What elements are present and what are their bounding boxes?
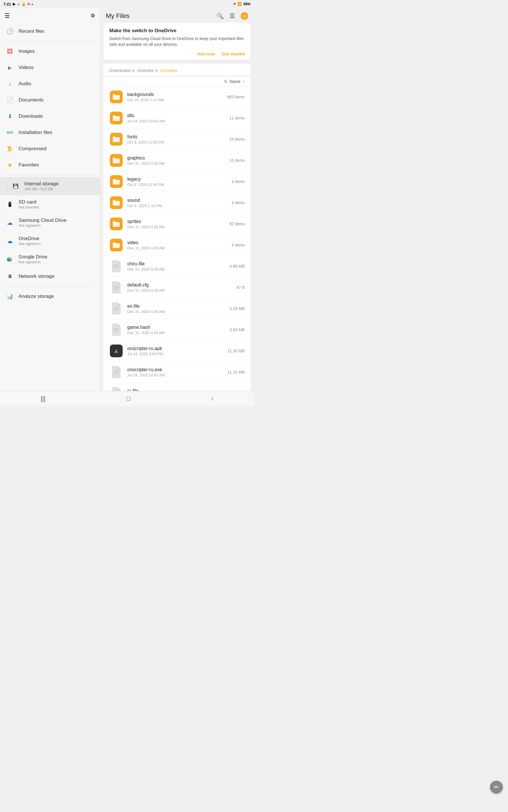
list-item[interactable]: onscripter-ru.exe Jul 24, 2020 10:41 AM … — [103, 361, 251, 383]
divider — [5, 286, 95, 287]
file-size: 4 items — [232, 243, 245, 247]
file-info: backgrounds Oct 10, 2020 2:12 AM — [127, 92, 223, 102]
sidebar-item-label: Images — [18, 48, 35, 54]
list-item[interactable]: en.file Dec 31, 2020 4:29 AM 4.24 MB — [103, 298, 251, 319]
file-info: dlls Jul 24, 2020 10:41 AM — [127, 113, 226, 123]
folder-icon — [109, 111, 123, 125]
music-icon: ♫ — [17, 2, 20, 6]
generic-file-icon — [109, 323, 123, 337]
sidebar-item-label: Installation files — [18, 130, 52, 135]
sort-direction-icon[interactable]: ↑ — [243, 79, 245, 84]
folder-svg — [110, 175, 123, 188]
sort-icon: ⇅ — [224, 79, 227, 84]
file-date: Dec 31, 2020 4:29 AM — [127, 309, 226, 314]
file-info: onscripter-ru.exe Jul 24, 2020 10:41 AM — [127, 367, 224, 377]
breadcrumb-umineko1[interactable]: Umineko — [137, 68, 154, 73]
breadcrumb: Downloads ▶ Umineko ▶ Umineko — [103, 64, 251, 76]
file-info: onscripter-ru.apk Jul 24, 2020 3:00 PM — [127, 346, 224, 356]
list-item[interactable]: sprites Dec 31, 2020 4:28 AM 62 items — [103, 213, 251, 234]
documents-icon: 📄 — [6, 96, 14, 104]
folder-svg — [110, 154, 123, 167]
sidebar-item-images[interactable]: 🖼 Images — [0, 43, 100, 59]
file-date: Oct 9, 2020 11:02 PM — [127, 140, 226, 144]
file-size: 11 items — [229, 116, 245, 120]
folder-icon — [109, 90, 123, 104]
downloads-icon: ⬇ — [6, 112, 14, 120]
sidebar-item-google-drive[interactable]: Google Drive Not signed in — [0, 250, 100, 268]
generic-file-icon — [109, 259, 123, 273]
images-icon: 🖼 — [6, 47, 14, 55]
sidebar-item-documents[interactable]: 📄 Documents — [0, 92, 100, 108]
folder-svg — [110, 239, 123, 251]
hamburger-menu-icon[interactable]: ☰ — [5, 12, 10, 19]
breadcrumb-umineko-active: Umineko — [160, 68, 177, 73]
generic-file-icon — [109, 281, 123, 294]
file-name: ru.file — [127, 388, 226, 391]
list-item[interactable]: video Dec 31, 2020 4:28 AM 4 items — [103, 234, 251, 255]
list-item[interactable]: dlls Jul 24, 2020 10:41 AM 11 items — [103, 107, 251, 128]
sdcard-info: SD card Not inserted — [18, 199, 39, 209]
file-list: backgrounds Oct 10, 2020 2:12 AM 883 ite… — [103, 86, 251, 391]
sidebar-item-audio[interactable]: ♪ Audio — [0, 76, 100, 92]
sidebar-item-recent[interactable]: 🕐 Recent files — [0, 23, 100, 39]
sidebar-item-sdcard[interactable]: 📱 SD card Not inserted — [0, 195, 100, 213]
more-options-icon[interactable]: N — [241, 12, 248, 20]
sidebar-item-label: Videos — [18, 65, 34, 71]
nav-menu-button[interactable]: ||| — [41, 395, 45, 402]
list-item[interactable]: ▲ onscripter-ru.apk Jul 24, 2020 3:00 PM… — [103, 340, 251, 361]
sidebar-item-installation[interactable]: APK Installation files — [0, 124, 100, 141]
sidebar-item-onedrive[interactable]: ☁ OneDrive Not signed in — [0, 232, 100, 250]
file-size: 4 items — [232, 179, 245, 184]
file-size: 3.84 MB — [230, 328, 245, 332]
file-info: graphics Dec 31, 2020 4:28 AM — [127, 156, 226, 166]
sidebar-item-downloads[interactable]: ⬇ Downloads — [0, 108, 100, 124]
settings-gear-icon[interactable]: ⚙ — [90, 12, 95, 19]
top-bar-actions: 🔍 ☰ N — [217, 12, 248, 20]
sidebar-item-network-storage[interactable]: 🖥 Network storage — [0, 268, 100, 285]
sidebar-item-compressed[interactable]: 🗜 Compressed — [0, 141, 100, 157]
list-item[interactable]: legacy Oct 9, 2020 12:44 PM 4 items — [103, 171, 251, 192]
videos-icon: ▶ — [6, 63, 14, 72]
sidebar-item-samsung-cloud[interactable]: ☁ Samsung Cloud Drive Not signed in — [0, 213, 100, 232]
file-list-container: ⇅ Name ↑ backgrounds Oct 10, 2020 2:12 A… — [103, 77, 251, 391]
generic-file-icon — [109, 386, 123, 391]
list-item[interactable]: game.hash Dec 31, 2020 4:29 AM 3.84 MB — [103, 319, 251, 340]
nav-home-button[interactable]: □ — [127, 395, 130, 402]
list-view-icon[interactable]: ☰ — [230, 12, 235, 19]
netflix-icon: N — [28, 2, 30, 6]
sidebar-header: ☰ ⚙ — [0, 8, 100, 23]
list-item[interactable]: fonts Oct 9, 2020 11:02 PM 10 items — [103, 128, 251, 149]
sidebar-item-favorites[interactable]: ★ Favorites — [0, 157, 100, 173]
sidebar-item-label: Recent files — [18, 29, 44, 34]
sidebar-item-videos[interactable]: ▶ Videos — [0, 59, 100, 76]
get-started-button[interactable]: Get started — [222, 51, 245, 56]
folder-svg — [110, 196, 123, 209]
list-item[interactable]: default.cfg Dec 31, 2020 4:29 AM 47 B — [103, 277, 251, 298]
folder-icon — [109, 196, 123, 210]
file-name: fonts — [127, 134, 226, 139]
list-item[interactable]: backgrounds Oct 10, 2020 2:12 AM 883 ite… — [103, 86, 251, 107]
google-drive-icon — [6, 255, 14, 263]
time-display: 7:21 — [3, 2, 11, 6]
sidebar-item-internal-storage[interactable]: › 💾 Internal storage 140 GB / 512 GB — [0, 177, 100, 195]
not-now-button[interactable]: Not now — [198, 51, 215, 56]
folder-icon — [109, 238, 123, 252]
list-item[interactable]: ru.file Dec 31, 2020 4:30 AM 4.84 MB — [103, 383, 251, 391]
nav-back-button[interactable]: ‹ — [212, 395, 213, 402]
file-date: Jul 24, 2020 10:41 AM — [127, 119, 226, 123]
bottom-nav: ||| □ ‹ — [0, 391, 254, 406]
file-info: chiru.file Dec 31, 2020 4:29 AM — [127, 261, 226, 271]
list-item[interactable]: chiru.file Dec 31, 2020 4:29 AM 0.88 MB — [103, 255, 251, 277]
list-item[interactable]: sound Oct 9, 2020 1:10 PM 4 items — [103, 192, 251, 213]
sort-label[interactable]: Name — [230, 79, 240, 84]
file-date: Jul 24, 2020 3:00 PM — [127, 352, 224, 356]
sidebar-item-analyze-storage[interactable]: 📊 Analyze storage — [0, 288, 100, 304]
search-icon[interactable]: 🔍 — [217, 12, 224, 19]
folder-icon — [109, 175, 123, 188]
breadcrumb-downloads[interactable]: Downloads — [109, 68, 131, 73]
list-item[interactable]: graphics Dec 31, 2020 4:28 AM 15 items — [103, 149, 251, 171]
analyze-icon: 📊 — [6, 292, 14, 300]
file-name: legacy — [127, 177, 228, 182]
file-name: en.file — [127, 304, 226, 309]
folder-icon — [109, 132, 123, 146]
